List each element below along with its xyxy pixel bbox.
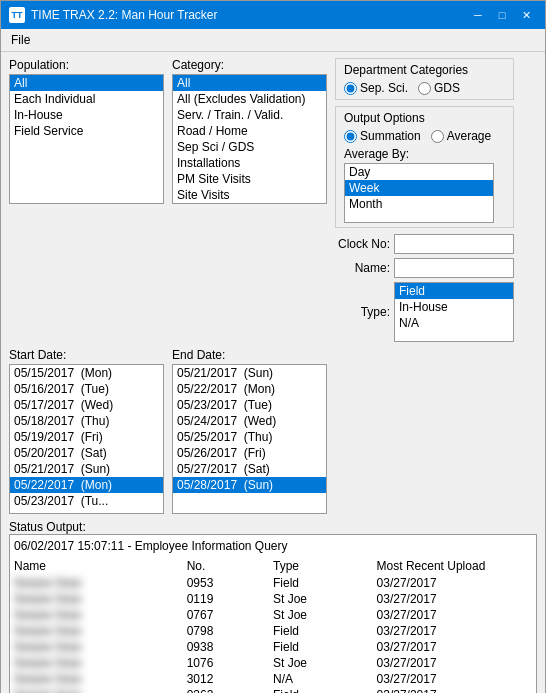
window-title: TIME TRAX 2.2: Man Hour Tracker [31, 8, 218, 22]
start-date-listbox[interactable]: 05/15/2017 (Mon) 05/16/2017 (Tue) 05/17/… [9, 364, 164, 514]
status-upload-cell: 03/27/2017 [377, 671, 532, 687]
clock-no-label: Clock No: [335, 237, 390, 251]
status-upload-cell: 03/27/2017 [377, 687, 532, 693]
sep-sci-radio-label[interactable]: Sep. Sci. [344, 81, 408, 95]
status-name-cell: Xxxxxx Xxxx [14, 687, 187, 693]
start-date-0518[interactable]: 05/18/2017 (Thu) [10, 413, 163, 429]
average-radio[interactable] [431, 130, 444, 143]
status-label: Status Output: [9, 520, 86, 534]
average-by-listbox[interactable]: Day Week Month [344, 163, 494, 223]
category-item-serv[interactable]: Serv. / Train. / Valid. [173, 107, 326, 123]
main-window: TT TIME TRAX 2.2: Man Hour Tracker ─ □ ✕… [0, 0, 546, 693]
category-item-all[interactable]: All [173, 75, 326, 91]
status-upload-cell: 03/27/2017 [377, 655, 532, 671]
end-date-section: End Date: 05/21/2017 (Sun) 05/22/2017 (M… [172, 348, 327, 514]
status-type-cell: St Joe [273, 655, 377, 671]
end-date-0521[interactable]: 05/21/2017 (Sun) [173, 365, 326, 381]
average-by-day[interactable]: Day [345, 164, 493, 180]
end-date-0523[interactable]: 05/23/2017 (Tue) [173, 397, 326, 413]
category-item-road[interactable]: Road / Home [173, 123, 326, 139]
status-header: 06/02/2017 15:07:11 - Employee Informati… [14, 539, 532, 553]
start-date-0515[interactable]: 05/15/2017 (Mon) [10, 365, 163, 381]
category-item-site[interactable]: Site Visits [173, 187, 326, 203]
start-date-0520[interactable]: 05/20/2017 (Sat) [10, 445, 163, 461]
table-row: Xxxxxx Xxxx0953Field03/27/2017 [14, 575, 532, 591]
status-name-cell: Xxxxxx Xxxx [14, 671, 187, 687]
status-type-cell: Field [273, 623, 377, 639]
table-row: Xxxxxx Xxxx0119St Joe03/27/2017 [14, 591, 532, 607]
table-row: Xxxxxx Xxxx0767St Joe03/27/2017 [14, 607, 532, 623]
table-row: Xxxxxx Xxxx3012N/A03/27/2017 [14, 671, 532, 687]
summation-radio[interactable] [344, 130, 357, 143]
end-date-0527[interactable]: 05/27/2017 (Sat) [173, 461, 326, 477]
type-inhouse[interactable]: In-House [395, 299, 513, 315]
sep-sci-radio[interactable] [344, 82, 357, 95]
name-label: Name: [335, 261, 390, 275]
population-label: Population: [9, 58, 164, 72]
clock-section: Clock No: Name: Type: Field In-House N/A [335, 234, 514, 342]
status-type-cell: Field [273, 639, 377, 655]
status-name-cell: Xxxxxx Xxxx [14, 639, 187, 655]
type-na[interactable]: N/A [395, 315, 513, 331]
type-listbox[interactable]: Field In-House N/A [394, 282, 514, 342]
status-upload-cell: 03/27/2017 [377, 639, 532, 655]
category-item-install[interactable]: Installations [173, 155, 326, 171]
start-date-0516[interactable]: 05/16/2017 (Tue) [10, 381, 163, 397]
category-listbox[interactable]: All All (Excludes Validation) Serv. / Tr… [172, 74, 327, 204]
maximize-button[interactable]: □ [491, 5, 513, 25]
status-no-cell: 0119 [187, 591, 273, 607]
status-name-cell: Xxxxxx Xxxx [14, 591, 187, 607]
start-date-0521[interactable]: 05/21/2017 (Sun) [10, 461, 163, 477]
average-radio-label[interactable]: Average [431, 129, 491, 143]
end-date-listbox[interactable]: 05/21/2017 (Sun) 05/22/2017 (Mon) 05/23/… [172, 364, 327, 514]
category-item-sepsci[interactable]: Sep Sci / GDS [173, 139, 326, 155]
status-box[interactable]: 06/02/2017 15:07:11 - Employee Informati… [9, 534, 537, 693]
close-button[interactable]: ✕ [515, 5, 537, 25]
status-no-cell: 0953 [187, 575, 273, 591]
population-item-field[interactable]: Field Service [10, 123, 163, 139]
status-upload-cell: 03/27/2017 [377, 607, 532, 623]
gds-radio-label[interactable]: GDS [418, 81, 460, 95]
average-by-month[interactable]: Month [345, 196, 493, 212]
average-by-week[interactable]: Week [345, 180, 493, 196]
minimize-button[interactable]: ─ [467, 5, 489, 25]
start-date-0519[interactable]: 05/19/2017 (Fri) [10, 429, 163, 445]
col-header-type: Type [273, 559, 377, 575]
col-header-name: Name [14, 559, 187, 575]
type-field[interactable]: Field [395, 283, 513, 299]
col-header-no: No. [187, 559, 273, 575]
content-area: Population: All Each Individual In-House… [1, 52, 545, 693]
start-date-0517[interactable]: 05/17/2017 (Wed) [10, 397, 163, 413]
summation-radio-label[interactable]: Summation [344, 129, 421, 143]
name-input[interactable] [394, 258, 514, 278]
end-date-0524[interactable]: 05/24/2017 (Wed) [173, 413, 326, 429]
date-row: Start Date: 05/15/2017 (Mon) 05/16/2017 … [9, 348, 537, 514]
col-header-upload: Most Recent Upload [377, 559, 532, 575]
end-date-0528[interactable]: 05/28/2017 (Sun) [173, 477, 326, 493]
status-type-cell: Field [273, 575, 377, 591]
population-section: Population: All Each Individual In-House… [9, 58, 164, 342]
population-listbox[interactable]: All Each Individual In-House Field Servi… [9, 74, 164, 204]
end-date-0525[interactable]: 05/25/2017 (Thu) [173, 429, 326, 445]
gds-radio[interactable] [418, 82, 431, 95]
status-type-cell: St Joe [273, 607, 377, 623]
status-name-cell: Xxxxxx Xxxx [14, 623, 187, 639]
status-type-cell: St Joe [273, 591, 377, 607]
end-date-0522[interactable]: 05/22/2017 (Mon) [173, 381, 326, 397]
category-item-pm[interactable]: PM Site Visits [173, 171, 326, 187]
end-date-0526[interactable]: 05/26/2017 (Fri) [173, 445, 326, 461]
status-table: Name No. Type Most Recent Upload Xxxxxx … [14, 559, 532, 693]
status-no-cell: 0362 [187, 687, 273, 693]
population-item-all[interactable]: All [10, 75, 163, 91]
category-item-excl-val[interactable]: All (Excludes Validation) [173, 91, 326, 107]
start-date-0523[interactable]: 05/23/2017 (Tu... [10, 493, 163, 509]
population-item-each[interactable]: Each Individual [10, 91, 163, 107]
start-date-label: Start Date: [9, 348, 164, 362]
status-section: Status Output: 06/02/2017 15:07:11 - Emp… [9, 520, 537, 693]
file-menu[interactable]: File [5, 31, 36, 49]
status-type-cell: N/A [273, 671, 377, 687]
start-date-0522[interactable]: 05/22/2017 (Mon) [10, 477, 163, 493]
population-item-inhouse[interactable]: In-House [10, 107, 163, 123]
clock-no-input[interactable] [394, 234, 514, 254]
right-panel: Department Categories Sep. Sci. GDS [335, 58, 514, 342]
